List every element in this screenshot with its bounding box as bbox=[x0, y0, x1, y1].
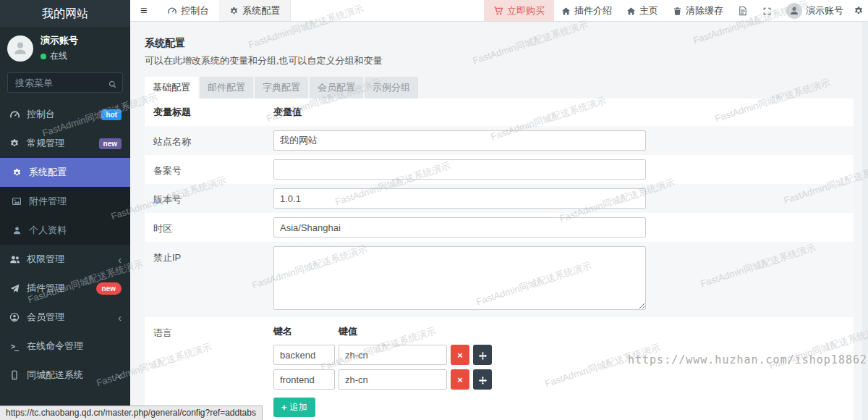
hot-badge: hot bbox=[101, 109, 122, 120]
page-title: 系统配置 bbox=[145, 37, 854, 50]
sidebar-item-city-delivery[interactable]: 同城配送系统 ‹ bbox=[0, 361, 130, 390]
home-link[interactable]: 主页 bbox=[619, 0, 665, 21]
chevron-left-icon: ‹ bbox=[118, 370, 122, 381]
sidebar-item-dashboard[interactable]: 控制台 hot bbox=[0, 100, 130, 129]
tab-mail-config[interactable]: 邮件配置 bbox=[200, 77, 253, 98]
fullscreen-icon bbox=[762, 5, 772, 16]
close-icon: × bbox=[457, 350, 463, 361]
form-row-beian: 备案号 bbox=[145, 155, 854, 184]
version-input[interactable] bbox=[273, 188, 646, 209]
language-button[interactable] bbox=[731, 0, 755, 21]
tab-example-group[interactable]: 示例分组 bbox=[365, 77, 418, 98]
menu-search bbox=[7, 72, 123, 93]
avatar bbox=[7, 35, 33, 62]
home-icon bbox=[561, 5, 571, 16]
chevron-left-icon: ‹ bbox=[118, 254, 122, 265]
settings-button[interactable] bbox=[851, 0, 868, 21]
kv-headers: 键名 键值 bbox=[273, 325, 854, 338]
form-row-timezone: 时区 bbox=[145, 213, 854, 242]
form-row-version: 版本号 bbox=[145, 184, 854, 213]
gear-icon bbox=[854, 5, 864, 17]
search-input[interactable] bbox=[7, 72, 123, 93]
avatar bbox=[786, 3, 802, 19]
top-navbar: ≡ 控制台 系统配置 立即购买 插件介绍 主页 清除缓存 演示账号 bbox=[130, 0, 868, 22]
lang-value-input[interactable] bbox=[339, 369, 447, 390]
gear-icon bbox=[11, 167, 22, 178]
user-panel: 演示账号 在线 bbox=[0, 27, 130, 68]
user-status: 在线 bbox=[41, 50, 78, 62]
plugin-intro-link[interactable]: 插件介绍 bbox=[554, 0, 619, 21]
move-icon bbox=[478, 349, 488, 360]
move-icon bbox=[478, 374, 488, 385]
column-header-value: 变量值 bbox=[273, 106, 854, 119]
kv-value-header: 键值 bbox=[339, 325, 357, 338]
username-label: 演示账号 bbox=[806, 4, 843, 17]
sidebar-item-members[interactable]: 会员管理 ‹ bbox=[0, 303, 130, 332]
site-logo[interactable]: 我的网站 bbox=[0, 0, 130, 27]
form-row-site-name: 站点名称 bbox=[145, 126, 854, 155]
beian-input[interactable] bbox=[273, 159, 646, 180]
new-pill-badge: new bbox=[96, 282, 122, 295]
sidebar-item-profile[interactable]: 个人资料 bbox=[0, 216, 130, 245]
scrollbar-track[interactable] bbox=[862, 22, 868, 420]
browser-status-bar: https://tc.chaobang.qd.cn/master.php/gen… bbox=[0, 406, 263, 420]
new-badge: new bbox=[99, 138, 122, 149]
mobile-icon bbox=[9, 369, 20, 381]
navbar-spacer bbox=[291, 0, 484, 21]
page-subtitle: 可以在此增改系统的变量和分组,也可以自定义分组和变量 bbox=[145, 54, 854, 67]
paper-plane-icon bbox=[9, 282, 20, 294]
move-row-button[interactable] bbox=[473, 345, 492, 365]
table-header: 变量标题 变量值 bbox=[145, 98, 854, 126]
kv-row-frontend: × bbox=[273, 369, 854, 390]
tab-basic-config[interactable]: 基础配置 bbox=[145, 77, 198, 98]
online-status-dot bbox=[41, 54, 46, 59]
hamburger-icon: ≡ bbox=[140, 4, 147, 17]
user-name: 演示账号 bbox=[41, 34, 78, 47]
sidebar-menu: 控制台 hot 常规管理 new 系统配置 附件管理 个人资料 权限管理 ‹ 插… bbox=[0, 100, 130, 390]
move-row-button[interactable] bbox=[473, 369, 492, 390]
trash-icon bbox=[673, 5, 682, 16]
config-form-panel: 变量标题 变量值 站点名称 备案号 版本号 时区 禁止IP bbox=[145, 98, 854, 420]
forbidden-ip-textarea[interactable] bbox=[273, 246, 646, 310]
close-icon: × bbox=[457, 374, 463, 385]
sidebar-item-auth[interactable]: 权限管理 ‹ bbox=[0, 245, 130, 274]
sidebar-item-online-command[interactable]: >_ 在线命令管理 bbox=[0, 332, 130, 361]
append-button[interactable]: + 追加 bbox=[273, 398, 315, 417]
form-row-language: 语言 键名 键值 × × bbox=[145, 317, 854, 420]
image-icon bbox=[11, 196, 22, 207]
delete-row-button[interactable]: × bbox=[451, 369, 469, 390]
language-icon bbox=[738, 5, 748, 17]
sidebar-item-addons[interactable]: 插件管理 new bbox=[0, 274, 130, 303]
clear-cache-link[interactable]: 清除缓存 bbox=[665, 0, 731, 21]
users-icon bbox=[9, 253, 20, 265]
tab-member-config[interactable]: 会员配置 bbox=[310, 77, 363, 98]
chevron-left-icon: ‹ bbox=[118, 312, 122, 323]
sidebar: 我的网站 演示账号 在线 控制台 hot 常规管理 new 系统配置 附件管理 bbox=[0, 0, 130, 420]
delete-row-button[interactable]: × bbox=[451, 345, 469, 365]
sidebar-item-attachments[interactable]: 附件管理 bbox=[0, 187, 130, 216]
fullscreen-button[interactable] bbox=[755, 0, 779, 21]
buy-now-button[interactable]: 立即购买 bbox=[484, 0, 554, 21]
lang-key-input[interactable] bbox=[273, 345, 335, 365]
main-content: 系统配置 可以在此增改系统的变量和分组,也可以自定义分组和变量 基础配置 邮件配… bbox=[130, 22, 868, 420]
tab-dictionary-config[interactable]: 字典配置 bbox=[255, 77, 308, 98]
column-header-title: 变量标题 bbox=[145, 106, 273, 119]
form-row-forbidden-ip: 禁止IP bbox=[145, 242, 854, 317]
search-icon bbox=[108, 77, 117, 91]
site-name-input[interactable] bbox=[273, 130, 646, 151]
plus-icon: + bbox=[281, 402, 287, 413]
cart-icon bbox=[493, 5, 503, 17]
person-icon bbox=[11, 224, 22, 236]
sidebar-item-general[interactable]: 常规管理 new bbox=[0, 129, 130, 158]
tab-system-config[interactable]: 系统配置 bbox=[219, 0, 291, 21]
lang-value-input[interactable] bbox=[339, 345, 447, 365]
tab-dashboard[interactable]: 控制台 bbox=[157, 0, 219, 21]
gear-icon bbox=[229, 5, 239, 16]
kv-key-header: 键名 bbox=[273, 325, 339, 338]
sidebar-toggle-button[interactable]: ≡ bbox=[130, 0, 157, 21]
sidebar-item-system-config[interactable]: 系统配置 bbox=[0, 158, 130, 187]
user-menu[interactable]: 演示账号 bbox=[779, 0, 851, 21]
timezone-input[interactable] bbox=[273, 217, 646, 238]
lang-key-input[interactable] bbox=[273, 369, 335, 390]
gauge-icon bbox=[9, 109, 20, 120]
